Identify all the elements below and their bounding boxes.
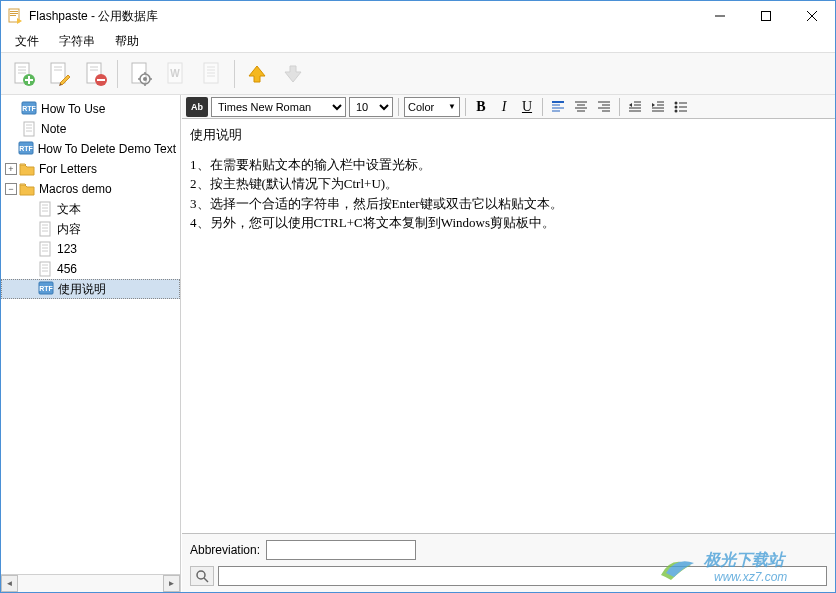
svg-text:RTF: RTF xyxy=(22,105,36,112)
editor-line: 2、按主热键(默认情况下为Ctrl+U)。 xyxy=(190,174,827,194)
tree-label: 内容 xyxy=(57,221,81,238)
svg-text:RTF: RTF xyxy=(19,145,33,152)
svg-point-92 xyxy=(675,105,678,108)
menu-help[interactable]: 帮助 xyxy=(105,31,149,52)
window-title: Flashpaste - 公用数据库 xyxy=(29,8,697,25)
underline-button[interactable]: U xyxy=(517,97,537,117)
svg-point-28 xyxy=(143,77,147,81)
color-label: Color xyxy=(408,101,434,113)
search-button[interactable] xyxy=(190,566,214,586)
editor-line: 1、在需要粘贴文本的输入栏中设置光标。 xyxy=(190,155,827,175)
format-separator xyxy=(542,98,543,116)
tree-label: 文本 xyxy=(57,201,81,218)
app-window: Flashpaste - 公用数据库 文件 字符串 帮助 W xyxy=(0,0,836,593)
word-button[interactable]: W xyxy=(160,58,192,90)
main-area: RTFHow To UseNoteRTFHow To Delete Demo T… xyxy=(1,95,835,592)
abbreviation-label: Abbreviation: xyxy=(190,543,260,557)
tree-label: For Letters xyxy=(39,162,97,176)
tree-view[interactable]: RTFHow To UseNoteRTFHow To Delete Demo T… xyxy=(1,95,180,574)
titlebar: Flashpaste - 公用数据库 xyxy=(1,1,835,31)
svg-marker-40 xyxy=(249,66,265,82)
svg-rect-54 xyxy=(40,222,50,236)
move-down-button[interactable] xyxy=(277,58,309,90)
color-select[interactable]: Color ▼ xyxy=(404,97,460,117)
tree-node[interactable]: RTFHow To Use xyxy=(1,99,180,119)
format-toolbar: Ab Times New Roman 10 Color ▼ B I U xyxy=(182,95,835,119)
rtf-icon: RTF xyxy=(21,101,37,117)
tree-label: How To Use xyxy=(41,102,105,116)
move-up-button[interactable] xyxy=(241,58,273,90)
minimize-button[interactable] xyxy=(697,1,743,31)
expand-icon[interactable]: + xyxy=(5,163,17,175)
text-button[interactable] xyxy=(196,58,228,90)
rtf-icon: RTF xyxy=(18,141,34,157)
tree-node[interactable]: −Macros demo xyxy=(1,179,180,199)
text-style-button[interactable]: Ab xyxy=(186,97,208,117)
editor-body: 1、在需要粘贴文本的输入栏中设置光标。2、按主热键(默认情况下为Ctrl+U)。… xyxy=(190,155,827,233)
tree-label: Macros demo xyxy=(39,182,112,196)
tree-node[interactable]: 文本 xyxy=(1,199,180,219)
scroll-right-button[interactable]: ► xyxy=(163,575,180,592)
svg-rect-1 xyxy=(10,11,18,12)
new-button[interactable] xyxy=(7,58,39,90)
format-separator xyxy=(398,98,399,116)
sidebar-scrollbar[interactable]: ◄ ► xyxy=(1,574,180,592)
sidebar: RTFHow To UseNoteRTFHow To Delete Demo T… xyxy=(1,95,181,592)
svg-rect-6 xyxy=(762,12,771,21)
folder-icon xyxy=(19,161,35,177)
svg-rect-58 xyxy=(40,242,50,256)
folder-icon xyxy=(19,181,35,197)
tree-label: Note xyxy=(41,122,66,136)
align-center-button[interactable] xyxy=(571,97,591,117)
maximize-button[interactable] xyxy=(743,1,789,31)
main-toolbar: W xyxy=(1,53,835,95)
editor[interactable]: 使用说明 1、在需要粘贴文本的输入栏中设置光标。2、按主热键(默认情况下为Ctr… xyxy=(182,119,835,533)
tree-label: 123 xyxy=(57,242,77,256)
editor-title: 使用说明 xyxy=(190,125,827,145)
tree-node[interactable]: 456 xyxy=(1,259,180,279)
scroll-left-button[interactable]: ◄ xyxy=(1,575,18,592)
search-input[interactable] xyxy=(218,566,827,586)
list-button[interactable] xyxy=(671,97,691,117)
size-select[interactable]: 10 xyxy=(349,97,393,117)
tree-node[interactable]: 内容 xyxy=(1,219,180,239)
abbreviation-input[interactable] xyxy=(266,540,416,560)
font-select[interactable]: Times New Roman xyxy=(211,97,346,117)
delete-button[interactable] xyxy=(79,58,111,90)
svg-point-96 xyxy=(197,571,205,579)
search-row xyxy=(190,566,827,586)
settings-button[interactable] xyxy=(124,58,156,90)
tree-node[interactable]: RTF使用说明 xyxy=(1,279,180,299)
svg-text:W: W xyxy=(170,68,180,79)
tree-node[interactable]: +For Letters xyxy=(1,159,180,179)
svg-text:RTF: RTF xyxy=(39,285,53,292)
svg-point-90 xyxy=(675,101,678,104)
close-button[interactable] xyxy=(789,1,835,31)
edit-button[interactable] xyxy=(43,58,75,90)
toolbar-separator xyxy=(234,60,235,88)
indent-button[interactable] xyxy=(648,97,668,117)
toolbar-separator xyxy=(117,60,118,88)
tree-node[interactable]: RTFHow To Delete Demo Text xyxy=(1,139,180,159)
menu-string[interactable]: 字符串 xyxy=(49,31,105,52)
scroll-track[interactable] xyxy=(18,575,163,592)
doc-icon xyxy=(37,221,53,237)
tree-node[interactable]: Note xyxy=(1,119,180,139)
svg-rect-2 xyxy=(10,13,18,14)
italic-button[interactable]: I xyxy=(494,97,514,117)
content-area: Ab Times New Roman 10 Color ▼ B I U xyxy=(181,95,835,592)
collapse-icon[interactable]: − xyxy=(5,183,17,195)
svg-marker-41 xyxy=(285,66,301,82)
outdent-button[interactable] xyxy=(625,97,645,117)
align-right-button[interactable] xyxy=(594,97,614,117)
doc-icon xyxy=(37,261,53,277)
abbreviation-row: Abbreviation: xyxy=(190,540,827,560)
svg-marker-85 xyxy=(652,103,655,107)
align-left-button[interactable] xyxy=(548,97,568,117)
tree-node[interactable]: 123 xyxy=(1,239,180,259)
tree-label: 456 xyxy=(57,262,77,276)
editor-line: 3、选择一个合适的字符串，然后按Enter键或双击它以粘贴文本。 xyxy=(190,194,827,214)
bold-button[interactable]: B xyxy=(471,97,491,117)
menu-file[interactable]: 文件 xyxy=(5,31,49,52)
format-separator xyxy=(465,98,466,116)
